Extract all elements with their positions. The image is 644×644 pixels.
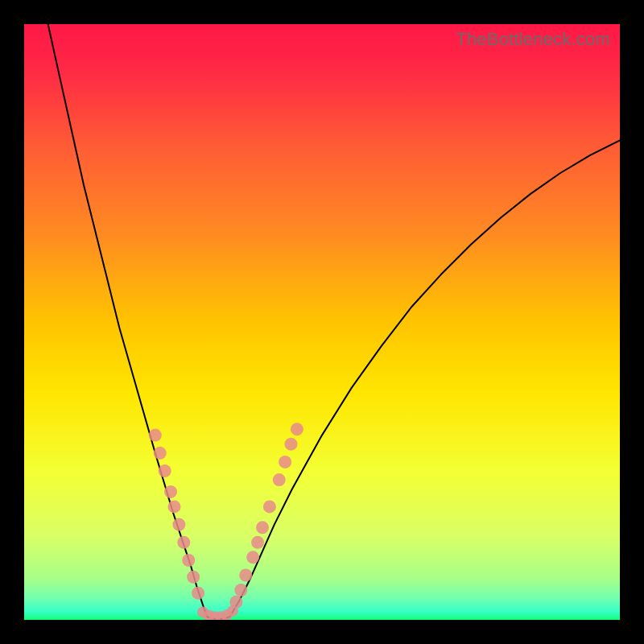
dot-right	[234, 584, 247, 597]
dot-bottom	[227, 605, 238, 617]
dot-left	[149, 429, 162, 442]
dot-right	[291, 423, 303, 436]
dot-left	[159, 464, 171, 477]
watermark-text: TheBottleneck.com	[456, 29, 610, 50]
dot-left	[164, 485, 177, 498]
dot-right	[273, 473, 286, 486]
dot-left	[187, 571, 200, 584]
dot-left	[182, 554, 195, 567]
dot-right	[285, 438, 298, 451]
dot-left	[192, 587, 204, 600]
dot-right	[246, 551, 259, 564]
dot-right	[251, 536, 264, 549]
dot-left	[177, 536, 190, 549]
curve-layer	[24, 24, 620, 620]
dot-left	[154, 447, 167, 460]
dot-right	[239, 569, 252, 582]
outer-frame: TheBottleneck.com	[0, 0, 644, 644]
dot-right	[263, 500, 276, 513]
dot-right	[256, 521, 269, 534]
dot-left	[167, 500, 180, 513]
dot-left	[172, 518, 185, 531]
plot-area: TheBottleneck.com	[24, 24, 620, 620]
bottleneck-curve	[48, 24, 620, 619]
dot-right	[279, 456, 291, 469]
